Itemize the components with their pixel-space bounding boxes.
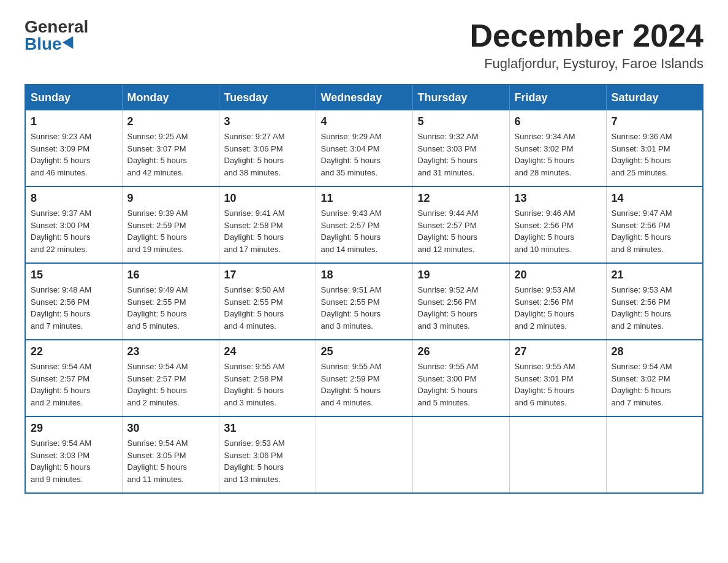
day-info: Sunrise: 9:43 AM Sunset: 2:57 PM Dayligh… [321, 207, 408, 255]
day-number: 1 [31, 115, 117, 128]
calendar-week-row: 29 Sunrise: 9:54 AM Sunset: 3:03 PM Dayl… [25, 416, 703, 493]
logo: General Blue [25, 18, 88, 53]
day-number: 3 [224, 115, 311, 128]
day-info: Sunrise: 9:54 AM Sunset: 3:02 PM Dayligh… [612, 361, 698, 408]
day-info: Sunrise: 9:37 AM Sunset: 3:00 PM Dayligh… [31, 207, 117, 255]
col-sunday: Sunday [25, 85, 122, 110]
day-info: Sunrise: 9:23 AM Sunset: 3:09 PM Dayligh… [31, 131, 117, 178]
title-block: December 2024 Fuglafjordur, Eysturoy, Fa… [469, 18, 703, 72]
calendar-week-row: 8 Sunrise: 9:37 AM Sunset: 3:00 PM Dayli… [25, 186, 703, 263]
day-number: 9 [127, 192, 214, 205]
day-number: 21 [612, 269, 698, 282]
day-info: Sunrise: 9:54 AM Sunset: 3:05 PM Dayligh… [127, 437, 214, 485]
col-thursday: Thursday [412, 85, 509, 110]
table-row: 27 Sunrise: 9:55 AM Sunset: 3:01 PM Dayl… [509, 340, 606, 416]
day-number: 20 [515, 269, 601, 282]
table-row: 18 Sunrise: 9:51 AM Sunset: 2:55 PM Dayl… [316, 263, 412, 340]
table-row: 4 Sunrise: 9:29 AM Sunset: 3:04 PM Dayli… [316, 110, 412, 186]
day-number: 14 [612, 192, 698, 205]
day-number: 23 [127, 345, 214, 358]
table-row: 25 Sunrise: 9:55 AM Sunset: 2:59 PM Dayl… [316, 340, 412, 416]
day-number: 6 [515, 115, 601, 128]
day-number: 8 [31, 192, 117, 205]
table-row: 13 Sunrise: 9:46 AM Sunset: 2:56 PM Dayl… [509, 186, 606, 263]
day-info: Sunrise: 9:53 AM Sunset: 3:06 PM Dayligh… [224, 437, 311, 485]
day-info: Sunrise: 9:55 AM Sunset: 3:01 PM Dayligh… [515, 361, 601, 408]
day-info: Sunrise: 9:25 AM Sunset: 3:07 PM Dayligh… [127, 131, 214, 178]
day-number: 11 [321, 192, 408, 205]
day-number: 4 [321, 115, 408, 128]
col-wednesday: Wednesday [316, 85, 412, 110]
table-row: 15 Sunrise: 9:48 AM Sunset: 2:56 PM Dayl… [25, 263, 122, 340]
day-info: Sunrise: 9:52 AM Sunset: 2:56 PM Dayligh… [418, 284, 504, 332]
day-number: 28 [612, 345, 698, 358]
calendar-week-row: 1 Sunrise: 9:23 AM Sunset: 3:09 PM Dayli… [25, 110, 703, 186]
day-info: Sunrise: 9:54 AM Sunset: 3:03 PM Dayligh… [31, 437, 117, 485]
day-info: Sunrise: 9:55 AM Sunset: 3:00 PM Dayligh… [418, 361, 504, 408]
day-number: 13 [515, 192, 601, 205]
col-saturday: Saturday [606, 85, 703, 110]
day-info: Sunrise: 9:32 AM Sunset: 3:03 PM Dayligh… [418, 131, 504, 178]
day-info: Sunrise: 9:48 AM Sunset: 2:56 PM Dayligh… [31, 284, 117, 332]
day-number: 24 [224, 345, 311, 358]
logo-general-text: General [25, 18, 88, 36]
col-friday: Friday [509, 85, 606, 110]
day-info: Sunrise: 9:54 AM Sunset: 2:57 PM Dayligh… [127, 361, 214, 408]
table-row [509, 416, 606, 493]
table-row: 26 Sunrise: 9:55 AM Sunset: 3:00 PM Dayl… [412, 340, 509, 416]
day-number: 5 [418, 115, 504, 128]
table-row: 21 Sunrise: 9:53 AM Sunset: 2:56 PM Dayl… [606, 263, 703, 340]
day-info: Sunrise: 9:47 AM Sunset: 2:56 PM Dayligh… [612, 207, 698, 255]
day-info: Sunrise: 9:44 AM Sunset: 2:57 PM Dayligh… [418, 207, 504, 255]
day-number: 19 [418, 269, 504, 282]
calendar-header-row: Sunday Monday Tuesday Wednesday Thursday… [25, 85, 703, 110]
table-row: 17 Sunrise: 9:50 AM Sunset: 2:55 PM Dayl… [219, 263, 316, 340]
day-info: Sunrise: 9:53 AM Sunset: 2:56 PM Dayligh… [515, 284, 601, 332]
day-number: 22 [31, 345, 117, 358]
day-number: 26 [418, 345, 504, 358]
day-info: Sunrise: 9:50 AM Sunset: 2:55 PM Dayligh… [224, 284, 311, 332]
day-info: Sunrise: 9:36 AM Sunset: 3:01 PM Dayligh… [612, 131, 698, 178]
day-number: 2 [127, 115, 214, 128]
table-row: 12 Sunrise: 9:44 AM Sunset: 2:57 PM Dayl… [412, 186, 509, 263]
day-number: 10 [224, 192, 311, 205]
table-row: 14 Sunrise: 9:47 AM Sunset: 2:56 PM Dayl… [606, 186, 703, 263]
table-row [606, 416, 703, 493]
calendar-week-row: 22 Sunrise: 9:54 AM Sunset: 2:57 PM Dayl… [25, 340, 703, 416]
table-row: 31 Sunrise: 9:53 AM Sunset: 3:06 PM Dayl… [219, 416, 316, 493]
day-info: Sunrise: 9:46 AM Sunset: 2:56 PM Dayligh… [515, 207, 601, 255]
day-info: Sunrise: 9:55 AM Sunset: 2:58 PM Dayligh… [224, 361, 311, 408]
month-title: December 2024 [469, 18, 703, 53]
table-row: 29 Sunrise: 9:54 AM Sunset: 3:03 PM Dayl… [25, 416, 122, 493]
table-row: 6 Sunrise: 9:34 AM Sunset: 3:02 PM Dayli… [509, 110, 606, 186]
day-number: 18 [321, 269, 408, 282]
day-number: 12 [418, 192, 504, 205]
page-header: General Blue December 2024 Fuglafjordur,… [25, 18, 703, 72]
day-info: Sunrise: 9:54 AM Sunset: 2:57 PM Dayligh… [31, 361, 117, 408]
table-row: 11 Sunrise: 9:43 AM Sunset: 2:57 PM Dayl… [316, 186, 412, 263]
table-row: 9 Sunrise: 9:39 AM Sunset: 2:59 PM Dayli… [122, 186, 219, 263]
table-row: 8 Sunrise: 9:37 AM Sunset: 3:00 PM Dayli… [25, 186, 122, 263]
table-row: 30 Sunrise: 9:54 AM Sunset: 3:05 PM Dayl… [122, 416, 219, 493]
table-row: 7 Sunrise: 9:36 AM Sunset: 3:01 PM Dayli… [606, 110, 703, 186]
day-number: 29 [31, 422, 117, 435]
day-info: Sunrise: 9:29 AM Sunset: 3:04 PM Dayligh… [321, 131, 408, 178]
day-info: Sunrise: 9:53 AM Sunset: 2:56 PM Dayligh… [612, 284, 698, 332]
day-info: Sunrise: 9:41 AM Sunset: 2:58 PM Dayligh… [224, 207, 311, 255]
table-row [316, 416, 412, 493]
day-info: Sunrise: 9:34 AM Sunset: 3:02 PM Dayligh… [515, 131, 601, 178]
table-row: 16 Sunrise: 9:49 AM Sunset: 2:55 PM Dayl… [122, 263, 219, 340]
table-row: 23 Sunrise: 9:54 AM Sunset: 2:57 PM Dayl… [122, 340, 219, 416]
day-info: Sunrise: 9:51 AM Sunset: 2:55 PM Dayligh… [321, 284, 408, 332]
logo-blue-text: Blue [25, 36, 77, 53]
day-info: Sunrise: 9:49 AM Sunset: 2:55 PM Dayligh… [127, 284, 214, 332]
day-number: 25 [321, 345, 408, 358]
logo-triangle-icon [63, 36, 78, 52]
day-number: 15 [31, 269, 117, 282]
col-monday: Monday [122, 85, 219, 110]
table-row: 22 Sunrise: 9:54 AM Sunset: 2:57 PM Dayl… [25, 340, 122, 416]
day-number: 27 [515, 345, 601, 358]
table-row: 28 Sunrise: 9:54 AM Sunset: 3:02 PM Dayl… [606, 340, 703, 416]
table-row: 1 Sunrise: 9:23 AM Sunset: 3:09 PM Dayli… [25, 110, 122, 186]
col-tuesday: Tuesday [219, 85, 316, 110]
